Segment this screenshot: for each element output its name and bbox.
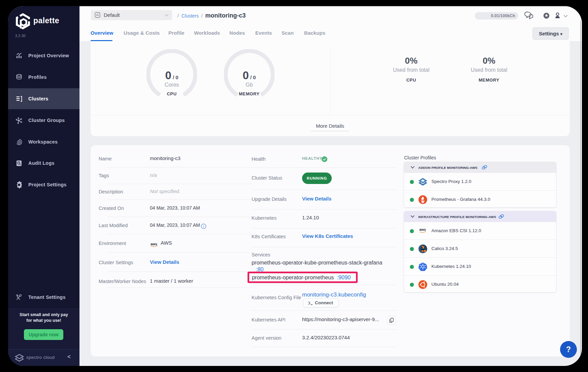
- svg-text:aws: aws: [419, 228, 426, 231]
- svg-text:aws: aws: [151, 242, 157, 246]
